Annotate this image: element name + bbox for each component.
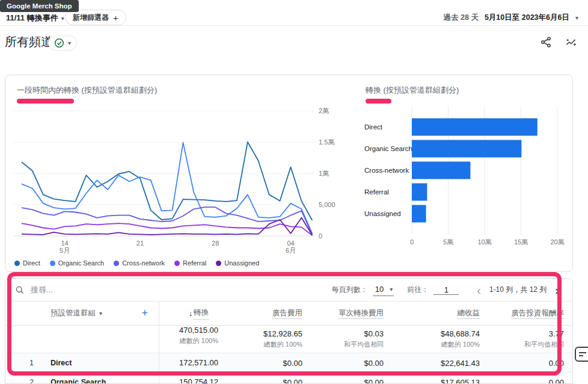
header-actions <box>540 36 577 48</box>
chevron-down-icon: ▾ <box>68 40 71 46</box>
check-circle-icon <box>54 38 64 48</box>
feedback-chat-icon[interactable] <box>575 347 588 362</box>
rows-per-page-value: 10 <box>375 285 384 294</box>
legend-item-unassigned[interactable]: Unassigned <box>216 259 259 267</box>
y-axis-tick-label: 5,000 <box>319 201 335 208</box>
pagination-range-label: 1-10 列，共 12 列 <box>489 285 547 295</box>
x-axis-tick-label: 20萬 <box>550 238 564 246</box>
date-range-label: 5月10日至 2023年6月6日 <box>485 13 569 23</box>
insights-icon[interactable] <box>565 36 577 48</box>
legend-item-referral[interactable]: Referral <box>174 259 206 267</box>
row-cost-per-conversion: $0.00 <box>312 378 393 384</box>
y-axis-tick-label: 1萬 <box>319 170 329 177</box>
bar-unassigned <box>412 205 426 223</box>
series-line-cross-network <box>22 207 312 235</box>
bar-category-label: Cross-network <box>364 167 409 174</box>
row-ad-cost: $0.00 <box>228 359 312 368</box>
row-total-revenue: $22,641.43 <box>393 359 489 368</box>
x-axis-tick-label: 28 <box>212 240 219 247</box>
line-chart-title: 一段時間內的轉換 (按預設管道群組劃分) <box>17 85 157 96</box>
add-filter-label: 新增篩選器 <box>73 13 109 23</box>
annotation-highlight-bar-left <box>17 99 74 104</box>
series-line-organic-search <box>22 143 312 234</box>
dimension-column-header[interactable]: 預設管道群組 ▾ + <box>43 307 159 320</box>
column-header-total-revenue[interactable]: 總收益 <box>393 308 489 318</box>
row-channel-name: Organic Search <box>43 378 159 384</box>
plus-icon: + <box>113 13 118 23</box>
sort-desc-icon: ↓ <box>189 309 192 318</box>
y-axis-tick-label: 1.5萬 <box>319 138 334 146</box>
legend-label: Unassigned <box>224 259 259 267</box>
column-header-conversions[interactable]: ↓ 轉換 <box>159 302 228 325</box>
report-selector-label: 11/11 轉換事件 <box>6 13 58 23</box>
x-axis-tick-label: 5萬 <box>443 238 453 246</box>
annotation-highlight-bar-right <box>366 99 391 104</box>
column-header-ad-cost[interactable]: 廣告費用 <box>228 308 312 318</box>
date-range-picker[interactable]: 過去 28 天 5月10日至 2023年6月6日 ▾ <box>444 13 578 23</box>
row-total-revenue: $17,605.13 <box>393 378 489 384</box>
row-conversions: 150,754.12 <box>159 373 228 384</box>
row-channel-name: Direct <box>43 359 159 367</box>
legend-item-organic-search[interactable]: Organic Search <box>50 259 104 267</box>
bar-category-label: Referral <box>364 188 389 196</box>
row-roas: 0.00 <box>489 359 573 368</box>
legend-dot <box>50 261 55 266</box>
bar-direct <box>412 119 537 136</box>
goto-page-label: 前往： <box>407 285 429 295</box>
legend-item-cross-network[interactable]: Cross-network <box>114 259 165 267</box>
totals-total-revenue: $48,688.74總數的 100% <box>393 329 489 349</box>
conversions-by-channel-bar-chart: 05萬10萬15萬20萬DirectOrganic SearchCross-ne… <box>361 105 571 249</box>
next-page-chevron-icon[interactable]: › <box>551 284 563 296</box>
row-cost-per-conversion: $0.00 <box>312 359 393 368</box>
bar-organic-search <box>412 140 521 158</box>
share-icon[interactable] <box>540 36 552 48</box>
bar-chart-title: 轉換 (按預設管道群組劃分) <box>366 85 459 96</box>
report-selector[interactable]: 11/11 轉換事件 ▾ <box>6 13 64 23</box>
previous-page-chevron-icon[interactable]: ‹ <box>473 284 485 296</box>
column-header-label: 轉換 <box>194 308 209 320</box>
table-totals-row: 470,515.00總數的 100% $12,928.65總數的 100% $0… <box>5 326 572 353</box>
chevron-down-icon: ▾ <box>390 286 393 293</box>
legend-dot <box>114 261 119 266</box>
column-header-label: 廣告投資報酬率 <box>512 309 565 319</box>
bar-category-label: Direct <box>364 123 383 131</box>
y-axis-tick-label: 2萬 <box>319 107 329 114</box>
table-search-input[interactable] <box>31 285 163 294</box>
table-row[interactable]: 2 Organic Search 150,754.12 $0.00 $0.00 … <box>5 373 572 384</box>
table-row[interactable]: 1 Direct 172,571.00 $0.00 $0.00 $22,641.… <box>5 353 572 373</box>
x-axis-tick-label: 15萬 <box>514 238 528 246</box>
x-axis-tick-sublabel: 5月 <box>60 247 70 254</box>
line-chart-legend: Direct Organic Search Cross-network Refe… <box>14 259 259 267</box>
add-dimension-button[interactable]: + <box>141 307 148 320</box>
x-axis-tick-label: 04 <box>287 240 294 247</box>
column-header-roas[interactable]: 廣告投資報酬率 <box>489 308 573 318</box>
conversions-over-time-line-chart: 2萬1.5萬1萬5,0000145月2128046月 <box>11 106 338 255</box>
table-header-row: 預設管道群組 ▾ + ↓ 轉換 廣告費用 單次轉換費用 總收益 廣告投資報酬率 <box>5 302 572 326</box>
row-roas: 0.00 <box>489 378 573 384</box>
rows-per-page-label: 每頁列數： <box>332 285 368 295</box>
rows-per-page-select[interactable]: 10 ▾ <box>373 283 394 296</box>
bar-category-label: Organic Search <box>364 145 412 152</box>
legend-label: Direct <box>23 259 40 267</box>
x-axis-tick-label: 14 <box>61 240 68 247</box>
totals-roas: 3.77和平均值相同 <box>489 329 573 349</box>
chevron-down-icon: ▾ <box>61 15 64 22</box>
legend-item-direct[interactable]: Direct <box>14 259 40 267</box>
app-label-chip: Google Merch Shop <box>0 0 79 12</box>
legend-label: Organic Search <box>58 259 104 267</box>
totals-ad-cost: $12,928.65總數的 100% <box>228 329 312 349</box>
legend-label: Referral <box>183 259 206 267</box>
search-icon <box>15 285 25 295</box>
legend-dot <box>216 261 221 266</box>
column-header-cost-per-conversion[interactable]: 單次轉換費用 <box>312 308 393 318</box>
totals-conversions: 470,515.00總數的 100% <box>159 326 228 353</box>
x-axis-tick-label: 10萬 <box>477 238 491 246</box>
row-index: 1 <box>5 359 43 367</box>
bar-referral <box>412 184 427 201</box>
channel-status-pill[interactable]: ▾ <box>48 36 77 51</box>
row-index: 2 <box>5 378 43 384</box>
goto-page-input[interactable] <box>433 285 459 295</box>
channels-table-card: 每頁列數： 10 ▾ 前往： ‹ 1-10 列，共 12 列 › 預設管道群組 … <box>5 278 573 384</box>
bar-cross-network <box>412 162 470 179</box>
dimension-header-label: 預設管道群組 <box>51 308 96 318</box>
